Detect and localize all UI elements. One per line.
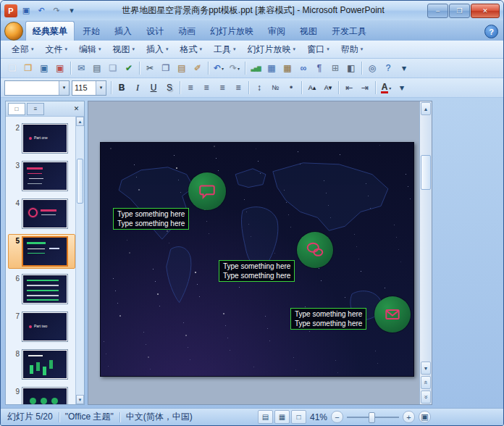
pane-scroll-track[interactable] xyxy=(76,126,84,395)
print-button[interactable]: ▤ xyxy=(89,61,105,75)
slide-thumbnail-9[interactable]: 9 xyxy=(8,385,75,404)
underline-button[interactable]: U xyxy=(146,80,161,95)
menu-all[interactable]: 全部▾ xyxy=(8,42,38,57)
justify-button[interactable]: ≡ xyxy=(230,80,246,95)
menu-view[interactable]: 视图▾ xyxy=(109,42,139,57)
save-button[interactable]: ▣ xyxy=(36,61,52,75)
close-button[interactable]: ✕ xyxy=(471,4,500,18)
font-size-combo[interactable]: 115 ▾ xyxy=(72,80,106,96)
menu-file[interactable]: 文件▾ xyxy=(42,42,72,57)
pane-scroll-thumb[interactable] xyxy=(77,159,83,204)
chevron-down-icon[interactable]: ▾ xyxy=(59,81,69,95)
editor-scrollbar[interactable]: ▲ ▼ « « xyxy=(419,101,432,404)
editor-scroll-thumb[interactable] xyxy=(421,155,431,190)
font-name-combo[interactable]: ▾ xyxy=(4,80,70,96)
insert-table-button[interactable]: ▦ xyxy=(264,61,280,75)
tab-insert[interactable]: 插入 xyxy=(108,22,138,41)
undo-button[interactable]: ↶▾ xyxy=(211,61,227,75)
save-icon[interactable]: ▣ xyxy=(19,4,33,17)
align-left-button[interactable]: ≡ xyxy=(182,80,198,95)
close-pane-button[interactable]: ✕ xyxy=(71,104,82,114)
scroll-up-icon[interactable]: ▲ xyxy=(76,117,84,126)
fit-to-window-button[interactable]: ▣ xyxy=(419,411,431,423)
scroll-down-icon[interactable]: ▼ xyxy=(421,362,431,375)
spelling-button[interactable]: ✔ xyxy=(121,61,137,75)
font-color-button[interactable]: A▾ xyxy=(378,80,394,95)
bold-button[interactable]: B xyxy=(114,80,130,95)
permission-button[interactable]: ▣ xyxy=(52,61,68,75)
scroll-up-icon[interactable]: ▲ xyxy=(421,102,431,115)
tab-home[interactable]: 开始 xyxy=(76,22,106,41)
next-slide-button[interactable]: « xyxy=(421,390,431,404)
tab-design[interactable]: 设计 xyxy=(140,22,170,41)
copy-button[interactable]: ❐ xyxy=(158,61,174,75)
qat-menu-button[interactable]: ▾ xyxy=(64,4,79,17)
slide-thumbnail-2[interactable]: 2Part one xyxy=(8,121,75,156)
align-right-button[interactable]: ≡ xyxy=(214,80,230,95)
app-icon[interactable]: P xyxy=(4,4,17,17)
tables-borders-button[interactable]: ▦ xyxy=(280,61,295,75)
line-spacing-button[interactable]: ↕ xyxy=(251,80,267,95)
slide-sorter-button[interactable]: ▦ xyxy=(274,410,290,424)
cut-button[interactable]: ✂ xyxy=(142,61,158,75)
menu-insert[interactable]: 插入▾ xyxy=(143,42,172,57)
pane-scrollbar[interactable]: ▲ ▼ xyxy=(75,117,84,404)
color-grayscale-button[interactable]: ◧ xyxy=(343,61,359,75)
undo-icon[interactable]: ↶ xyxy=(34,4,49,17)
format-painter-button[interactable]: ✐ xyxy=(190,61,206,75)
tab-slideshow[interactable]: 幻灯片放映 xyxy=(203,22,260,41)
language-indicator[interactable]: 中文(简体，中国) xyxy=(126,411,193,423)
callout-circle-3[interactable] xyxy=(374,296,411,333)
new-button[interactable]: ❏ xyxy=(4,61,20,75)
slide-thumbnail-6[interactable]: 6 xyxy=(8,272,75,306)
normal-view-button[interactable]: ▤ xyxy=(258,410,273,424)
help-button[interactable]: ? xyxy=(380,61,396,75)
insert-chart-button[interactable]: ▃▅▇ xyxy=(248,61,264,75)
text-placeholder-2[interactable]: Type something here Type something here xyxy=(219,260,295,282)
toolbar-options-button[interactable]: ▾ xyxy=(396,61,412,75)
outline-tab[interactable]: ≡ xyxy=(27,103,44,115)
minimize-button[interactable]: – xyxy=(427,4,448,18)
editor-scroll-track[interactable] xyxy=(421,116,431,361)
previous-slide-button[interactable]: « xyxy=(421,376,431,389)
increase-font-button[interactable]: A▴ xyxy=(304,80,320,95)
tab-animations[interactable]: 动画 xyxy=(172,22,202,41)
menu-help[interactable]: 帮助▾ xyxy=(337,42,367,57)
paste-button[interactable]: ▤ xyxy=(174,61,190,75)
zoom-slider-thumb[interactable] xyxy=(369,412,375,423)
align-center-button[interactable]: ≡ xyxy=(198,80,214,95)
office-button[interactable] xyxy=(4,22,23,41)
zoom-slider[interactable] xyxy=(347,412,399,422)
callout-circle-2[interactable] xyxy=(297,232,333,268)
tab-view[interactable]: 视图 xyxy=(293,22,324,41)
bullets-button[interactable]: • xyxy=(283,80,299,95)
menu-slideshow[interactable]: 幻灯片放映▾ xyxy=(244,42,300,57)
shadow-button[interactable]: S xyxy=(161,80,177,95)
decrease-font-button[interactable]: A▾ xyxy=(320,80,336,95)
menu-edit[interactable]: 编辑▾ xyxy=(75,42,105,57)
ribbon-help-button[interactable]: ? xyxy=(484,25,498,38)
open-folder-icon[interactable]: ❐ xyxy=(20,61,36,75)
scroll-down-icon[interactable]: ▼ xyxy=(76,395,84,404)
tab-developer[interactable]: 开发工具 xyxy=(325,22,373,41)
zoom-out-button[interactable]: − xyxy=(331,411,343,423)
numbering-button[interactable]: № xyxy=(267,80,283,95)
callout-circle-1[interactable] xyxy=(188,172,226,210)
slide-thumbnail-7[interactable]: 7Part two xyxy=(8,309,75,344)
zoom-in-button[interactable]: + xyxy=(403,411,415,423)
email-button[interactable]: ✉ xyxy=(73,61,89,75)
zoom-button[interactable]: ◎ xyxy=(364,61,380,75)
text-placeholder-3[interactable]: Type something here Type something here xyxy=(290,308,366,330)
menu-tools[interactable]: 工具▾ xyxy=(210,42,240,57)
tab-classic-menu[interactable]: 经典菜单 xyxy=(25,21,75,41)
redo-button[interactable]: ↷▾ xyxy=(227,61,243,75)
menu-format[interactable]: 格式▾ xyxy=(177,42,206,57)
print-preview-button[interactable]: ❏ xyxy=(105,61,121,75)
zoom-level[interactable]: 41% xyxy=(310,412,327,422)
slide-thumbnail-5[interactable]: 5 xyxy=(8,234,75,269)
insert-hyperlink-button[interactable]: ∞ xyxy=(295,61,311,75)
slides-tab[interactable]: □ xyxy=(8,103,25,115)
toolbar-options-button[interactable]: ▾ xyxy=(394,80,410,95)
slide-canvas[interactable]: Type something here Type something here … xyxy=(100,142,414,377)
show-grid-button[interactable]: ⊞ xyxy=(327,61,343,75)
